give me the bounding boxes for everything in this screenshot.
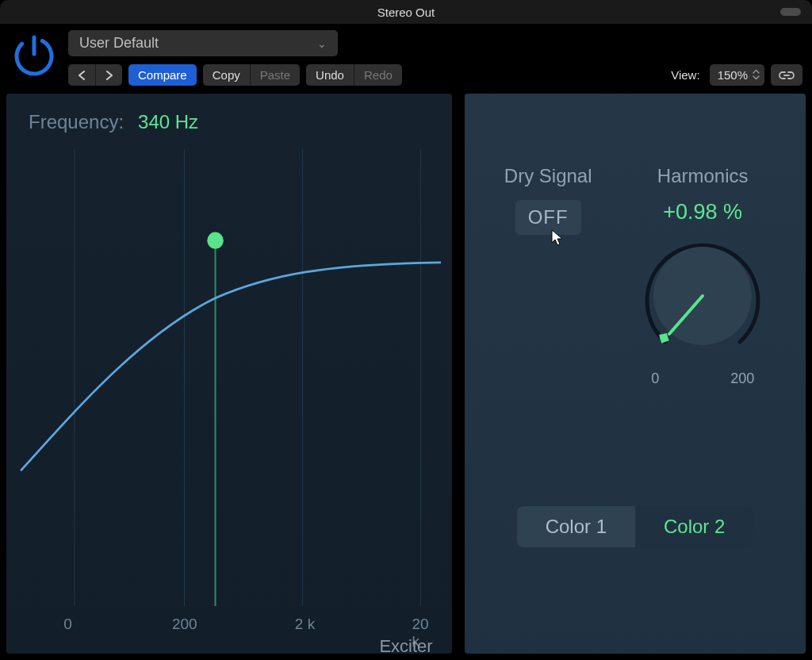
dry-signal-control: Dry Signal OFF xyxy=(504,165,592,387)
dry-signal-state: OFF xyxy=(528,206,569,228)
view-zoom-select[interactable]: 150% xyxy=(710,64,764,86)
plugin-header: User Default ⌄ Compare Copy Paste Undo R… xyxy=(0,24,812,86)
color-selector: Color 1 Color 2 xyxy=(517,506,754,547)
dry-signal-label: Dry Signal xyxy=(504,165,592,187)
titlebar: Stereo Out xyxy=(0,0,812,24)
window-title: Stereo Out xyxy=(377,6,435,19)
link-button[interactable] xyxy=(771,64,802,86)
color-1-button[interactable]: Color 1 xyxy=(517,506,635,547)
scale-min: 0 xyxy=(651,370,659,387)
axis-tick-200: 200 xyxy=(172,616,197,633)
frequency-graph[interactable] xyxy=(17,149,441,606)
chevron-down-icon: ⌄ xyxy=(317,37,327,50)
redo-button[interactable]: Redo xyxy=(354,64,402,86)
prev-preset-button[interactable] xyxy=(68,64,95,86)
paste-button[interactable]: Paste xyxy=(251,64,300,86)
undo-button[interactable]: Undo xyxy=(306,64,354,86)
cursor-icon xyxy=(550,228,565,252)
axis-tick-0: 0 xyxy=(63,616,72,633)
compare-button[interactable]: Compare xyxy=(128,64,197,86)
controls-panel: Dry Signal OFF Harmonics +0.98 % xyxy=(465,94,806,654)
plugin-body: Frequency: 340 Hz 0 200 2 k 20 k xyxy=(6,94,806,654)
scale-max: 200 xyxy=(730,370,754,387)
harmonics-value[interactable]: +0.98 % xyxy=(663,200,742,224)
view-zoom-value: 150% xyxy=(718,68,748,82)
preset-select[interactable]: User Default ⌄ xyxy=(68,30,338,56)
preset-nav-group xyxy=(68,64,122,86)
harmonics-knob[interactable] xyxy=(639,232,766,359)
axis-tick-2k: 2 k xyxy=(295,616,315,633)
harmonics-label: Harmonics xyxy=(657,165,749,187)
power-icon[interactable] xyxy=(10,30,59,79)
harmonics-control: Harmonics +0.98 % 0 xyxy=(639,165,766,387)
stepper-icon xyxy=(753,69,760,82)
preset-name: User Default xyxy=(79,35,159,52)
svg-point-7 xyxy=(207,232,224,249)
next-preset-button[interactable] xyxy=(95,64,122,86)
x-axis-labels: 0 200 2 k 20 k xyxy=(6,616,452,636)
frequency-value[interactable]: 340 Hz xyxy=(138,111,198,133)
harmonics-scale: 0 200 xyxy=(651,370,754,387)
copy-button[interactable]: Copy xyxy=(203,64,250,86)
color-2-button[interactable]: Color 2 xyxy=(635,506,753,547)
plugin-name-label: Exciter xyxy=(0,636,812,657)
view-label: View: xyxy=(671,68,699,82)
frequency-label: Frequency: xyxy=(29,111,124,133)
dry-signal-toggle[interactable]: OFF xyxy=(515,200,581,235)
titlebar-indicator xyxy=(780,8,801,16)
frequency-panel: Frequency: 340 Hz 0 200 2 k 20 k xyxy=(6,94,452,654)
